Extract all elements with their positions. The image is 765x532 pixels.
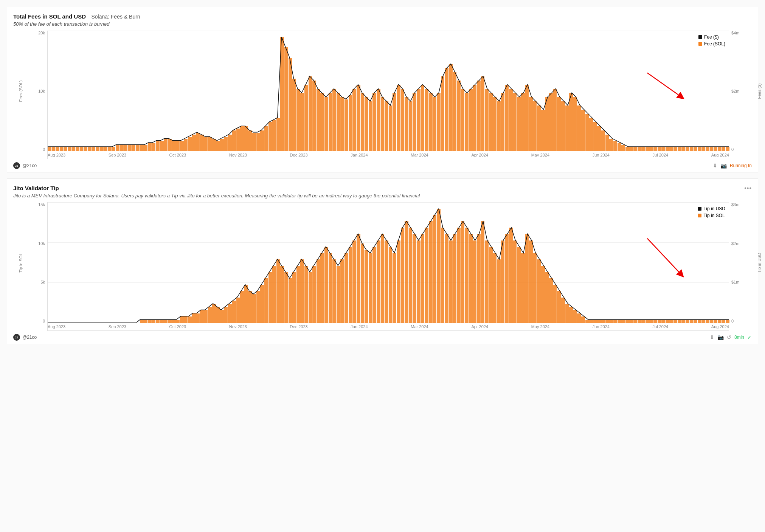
bar xyxy=(557,291,561,323)
chart1-download-icon[interactable]: ⬇ xyxy=(713,163,717,169)
chart2-footer-left: 21 @21co xyxy=(13,334,37,341)
bar xyxy=(401,89,405,151)
bar xyxy=(320,93,324,151)
bar xyxy=(340,259,344,323)
bar xyxy=(200,135,204,151)
chart2-y-tick-2: 10k xyxy=(38,241,45,246)
bar xyxy=(160,320,164,323)
chart2-refresh-icon[interactable]: ↺ xyxy=(727,334,731,340)
bar xyxy=(666,147,669,151)
bar xyxy=(646,320,649,323)
chart1-yr-tick-bot: 0 xyxy=(731,147,734,152)
bar xyxy=(312,266,316,323)
bar xyxy=(609,320,613,323)
bar xyxy=(224,137,228,152)
chart1-footer-right: ⬇ 📷 Running In xyxy=(713,163,752,169)
bar xyxy=(312,81,316,151)
bar xyxy=(481,221,485,323)
bar xyxy=(232,130,236,151)
bar xyxy=(646,147,649,151)
bar xyxy=(317,259,320,323)
bar xyxy=(485,89,489,151)
bar xyxy=(661,147,665,151)
bar xyxy=(389,105,393,151)
chart2-camera-icon[interactable]: 📷 xyxy=(717,334,724,340)
bar xyxy=(501,93,505,151)
bar xyxy=(505,85,509,151)
chart2-footer: 21 @21co ⬇ 📷 ↺ 8min ✓ xyxy=(13,332,752,341)
chart1-legend-fee-usd-label: Fee ($) xyxy=(704,34,719,40)
bar xyxy=(545,272,549,323)
bar xyxy=(433,215,437,323)
chart1-x-axis: Aug 2023 Sep 2023 Oct 2023 Nov 2023 Dec … xyxy=(48,151,729,159)
bar xyxy=(136,145,140,152)
bar xyxy=(372,247,376,323)
bar xyxy=(100,147,104,151)
bar xyxy=(244,285,248,323)
bar xyxy=(128,145,132,152)
bar xyxy=(714,320,717,323)
chart1-x-aug23: Aug 2023 xyxy=(48,153,65,157)
bar xyxy=(228,135,232,151)
bar xyxy=(372,93,376,151)
bar xyxy=(260,130,264,151)
bar xyxy=(726,320,729,323)
bar xyxy=(252,133,256,152)
chart1-camera-icon[interactable]: 📷 xyxy=(720,163,727,169)
bar xyxy=(541,266,545,323)
bar xyxy=(329,253,332,323)
bar xyxy=(393,253,396,323)
chart2-container: Jito Validator Tip Jito is a MEV Infrast… xyxy=(7,178,758,344)
bar xyxy=(280,266,284,323)
bar xyxy=(593,320,597,323)
bar xyxy=(84,147,87,151)
bar xyxy=(453,234,457,323)
chart2-x-nov23: Nov 2023 xyxy=(229,324,247,329)
bar xyxy=(389,247,393,323)
chart2-yr-tick-1: $3m xyxy=(731,202,739,207)
bar xyxy=(304,85,308,151)
bar xyxy=(413,234,416,323)
bar xyxy=(597,126,601,151)
bar xyxy=(718,320,722,323)
chart1-x-oct23: Oct 2023 xyxy=(169,153,186,157)
bar xyxy=(649,147,653,151)
bar xyxy=(621,320,625,323)
chart1-x-jul24: Jul 2024 xyxy=(653,153,669,157)
bar xyxy=(276,118,280,151)
bar xyxy=(352,89,356,151)
bar xyxy=(658,147,661,151)
bar xyxy=(453,72,457,151)
chart2-download-icon[interactable]: ⬇ xyxy=(710,334,714,340)
chart2-legend-tip-sol: Tip in SOL xyxy=(698,213,725,218)
bar xyxy=(76,147,79,151)
bar xyxy=(272,266,276,323)
bar xyxy=(678,320,681,323)
bar xyxy=(641,320,645,323)
bar xyxy=(309,272,312,323)
bar xyxy=(349,247,352,323)
bar xyxy=(180,141,184,152)
bar xyxy=(718,147,722,151)
bar xyxy=(618,320,621,323)
bar xyxy=(212,139,216,151)
bar xyxy=(240,126,244,151)
bar xyxy=(569,93,573,151)
bar xyxy=(361,244,365,323)
bar xyxy=(152,320,156,323)
bar xyxy=(289,278,292,323)
chart1-y-axis-right: $4m $2m 0 xyxy=(729,31,752,159)
bar xyxy=(413,93,416,151)
bar xyxy=(633,320,637,323)
bar xyxy=(349,95,352,152)
bar xyxy=(320,253,324,323)
bar xyxy=(405,97,408,151)
bar xyxy=(256,133,260,152)
chart2-more-button[interactable]: ••• xyxy=(744,185,752,192)
bar xyxy=(605,135,609,151)
bar xyxy=(537,259,541,323)
bar xyxy=(561,101,565,151)
bar xyxy=(192,135,196,151)
bar xyxy=(673,320,677,323)
bar xyxy=(244,126,248,151)
